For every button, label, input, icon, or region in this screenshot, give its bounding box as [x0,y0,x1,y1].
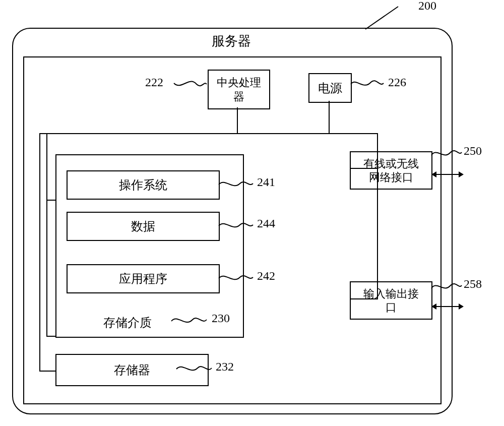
leader-244 [219,219,253,233]
leader-226 [351,78,384,93]
data-label: 数据 [131,219,155,234]
os-label: 操作系统 [119,177,167,193]
net-box: 有线或无线 网络接口 [350,151,432,190]
net-label: 有线或无线 网络接口 [363,157,419,185]
os-box: 操作系统 [67,170,220,200]
leader-242 [219,271,253,285]
io-label: 输入输出接 口 [363,287,419,315]
bus-power-down [329,101,330,134]
power-label: 电源 [318,81,342,96]
svg-marker-5 [459,303,464,310]
bus-cpu-down [237,107,238,134]
ref-244: 244 [257,217,275,230]
ref-241: 241 [257,175,275,189]
ref-258: 258 [464,277,482,291]
storage-media-label: 存储介质 [103,315,152,331]
leader-258 [431,279,462,294]
svg-marker-1 [431,171,436,177]
bus-left-outer [39,133,40,371]
bus-into-media [46,200,56,201]
ref-250: 250 [464,144,482,158]
io-bi-arrow [431,301,464,312]
app-label: 应用程序 [119,271,167,286]
svg-marker-4 [431,303,436,310]
ref-232: 232 [216,360,234,374]
ref-226: 226 [388,76,406,89]
io-box: 输入输出接 口 [350,281,432,320]
bus-top-h [39,133,378,134]
server-title: 服务器 [12,30,451,52]
power-box: 电源 [308,73,352,103]
cpu-label: 中央处理 器 [217,76,261,103]
bus-inner-end [46,336,56,337]
data-box: 数据 [67,212,220,241]
leader-230 [171,314,207,329]
bus-into-memory [39,371,56,372]
ref-230: 230 [212,312,230,325]
ref-222: 222 [145,76,163,89]
app-box: 应用程序 [67,264,220,293]
leader-250 [431,146,462,161]
leader-222 [174,78,207,93]
leader-232 [176,362,212,376]
ref-242: 242 [257,269,275,283]
net-bi-arrow [431,169,464,179]
ref-200: 200 [418,0,436,13]
bus-left-inner [46,133,47,337]
diagram-canvas: 200 服务器 中央处理 器 222 电源 226 存储介质 230 [0,0,504,426]
leader-241 [219,177,253,192]
svg-marker-2 [459,171,464,177]
memory-label: 存储器 [114,362,150,378]
cpu-box: 中央处理 器 [208,70,270,109]
